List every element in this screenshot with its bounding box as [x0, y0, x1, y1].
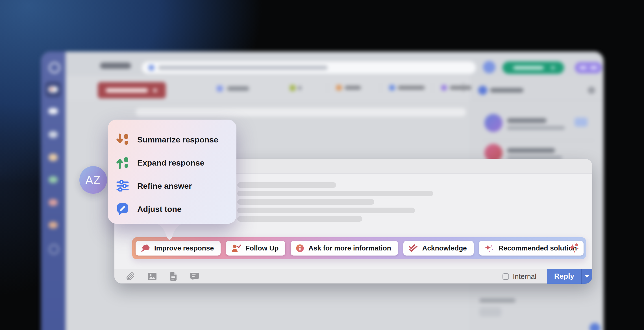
sidebar-app-icon[interactable] — [48, 108, 58, 114]
app-header — [66, 52, 604, 76]
divider — [433, 83, 433, 93]
sidebar-app-icon[interactable] — [49, 62, 60, 73]
workspace-pill[interactable] — [575, 62, 602, 73]
attachment-toolbar — [126, 272, 199, 281]
quick-actions-bar: Improve response Follow Up — [132, 237, 586, 259]
tab-tasks[interactable] — [336, 85, 370, 92]
status-dropdown-button[interactable] — [502, 61, 564, 74]
workspace-glyph — [590, 66, 597, 69]
menu-item-summarize-response[interactable]: Summarize response — [108, 131, 236, 148]
message-icon — [441, 85, 447, 91]
ticket-id-label — [100, 63, 131, 69]
divider — [327, 83, 328, 93]
tab-message[interactable] — [441, 85, 475, 92]
badge-count — [290, 85, 295, 91]
badge-num-blur — [298, 86, 302, 90]
chip-label: Recommended solution — [499, 244, 577, 252]
tab-metrics[interactable] — [217, 85, 251, 92]
resolve-label-blur — [106, 88, 148, 93]
ai-assist-button[interactable] — [567, 242, 580, 254]
divider — [381, 83, 381, 93]
tab-label-blur — [227, 86, 249, 91]
menu-item-label: Summarize response — [137, 135, 218, 144]
sidebar-app-icon-active[interactable] — [45, 82, 61, 97]
screenshot-root: AZ Improve response — [0, 0, 644, 330]
tasks-icon — [336, 85, 342, 91]
draft-text-placeholder — [237, 216, 362, 222]
sidebar-app-icon[interactable] — [49, 199, 58, 206]
ai-assistant-menu: Summarize response Expand response — [108, 120, 236, 224]
panel-chip-blur[interactable] — [479, 307, 501, 317]
panel-fab-blur[interactable] — [589, 323, 600, 330]
app-logo-dot — [50, 88, 53, 91]
search-icon — [149, 65, 154, 71]
sidebar-app-icon[interactable] — [49, 154, 58, 161]
avatar: AZ — [79, 166, 107, 194]
search-input[interactable] — [142, 61, 476, 74]
popup-tail — [153, 223, 186, 243]
menu-item-label: Adjust tone — [137, 204, 182, 214]
chip-label: Ask for more information — [308, 244, 391, 252]
kebab-menu-icon[interactable] — [463, 83, 464, 93]
internal-checkbox[interactable] — [502, 273, 509, 280]
notification-button[interactable] — [483, 61, 495, 73]
chip-label: Follow Up — [245, 244, 279, 252]
participant-row[interactable] — [471, 110, 604, 140]
expand-response-icon — [116, 156, 129, 169]
attachment-icon[interactable] — [126, 272, 135, 281]
document-icon[interactable] — [170, 272, 177, 281]
ticket-toolbar — [66, 76, 471, 100]
divider — [471, 100, 604, 100]
chip-follow-up[interactable]: Follow Up — [226, 241, 285, 256]
resolve-order-button[interactable] — [98, 82, 166, 98]
adjust-tone-icon — [116, 203, 129, 215]
app-sidebar — [41, 52, 66, 330]
refine-sliders-icon — [116, 180, 129, 192]
chip-label: Acknowledge — [422, 244, 467, 252]
internal-label: Internal — [513, 272, 536, 281]
draft-text-placeholder — [237, 191, 433, 196]
tab-label-blur — [398, 86, 425, 90]
draft-text-placeholder — [237, 182, 336, 188]
panel-section-label-blur — [479, 299, 515, 302]
chip-improve-response[interactable]: Improve response — [136, 241, 221, 256]
reply-label: Reply — [554, 272, 574, 281]
participants-icon — [478, 86, 487, 95]
person-check-icon — [231, 244, 241, 253]
app-logo-blob — [48, 86, 58, 93]
sparkle-icon — [567, 243, 580, 254]
thought-bubble-icon — [141, 244, 150, 253]
content-highlight-row — [136, 108, 466, 116]
participant-badge[interactable] — [575, 118, 588, 127]
chevron-down-icon — [153, 89, 157, 92]
chevron-down-icon — [551, 66, 555, 70]
gear-icon[interactable] — [588, 87, 595, 94]
reply-button[interactable]: Reply — [547, 269, 581, 284]
reply-dropdown-button[interactable] — [581, 269, 592, 284]
composer-footer: Internal Reply — [114, 269, 592, 283]
search-placeholder-blur — [158, 65, 328, 70]
sidebar-app-icon[interactable] — [49, 222, 58, 228]
menu-item-label: Expand response — [137, 158, 204, 168]
menu-item-refine-answer[interactable]: Refine answer — [108, 178, 236, 194]
menu-item-label: Refine answer — [137, 181, 192, 191]
chevron-down-icon — [585, 275, 589, 280]
image-icon[interactable] — [148, 272, 157, 280]
participant-avatar — [484, 114, 502, 132]
status-label-blur — [513, 66, 544, 70]
draft-text-placeholder — [237, 208, 415, 213]
double-check-icon — [408, 244, 418, 253]
tab-approvals[interactable] — [389, 85, 428, 92]
workspace-glyph — [579, 66, 587, 69]
sidebar-app-icon[interactable] — [49, 131, 58, 138]
sidebar-app-icon[interactable] — [49, 244, 59, 254]
draft-text-placeholder — [237, 199, 374, 205]
participant-name-blur — [507, 118, 547, 123]
chip-ask-more-info[interactable]: Ask for more information — [291, 241, 398, 256]
chip-acknowledge[interactable]: Acknowledge — [403, 241, 474, 256]
comment-icon[interactable] — [190, 272, 199, 280]
sidebar-app-icon[interactable] — [49, 176, 58, 183]
menu-item-expand-response[interactable]: Expand response — [108, 155, 236, 171]
menu-item-adjust-tone[interactable]: Adjust tone — [108, 201, 236, 217]
tab-label-blur — [345, 86, 361, 90]
